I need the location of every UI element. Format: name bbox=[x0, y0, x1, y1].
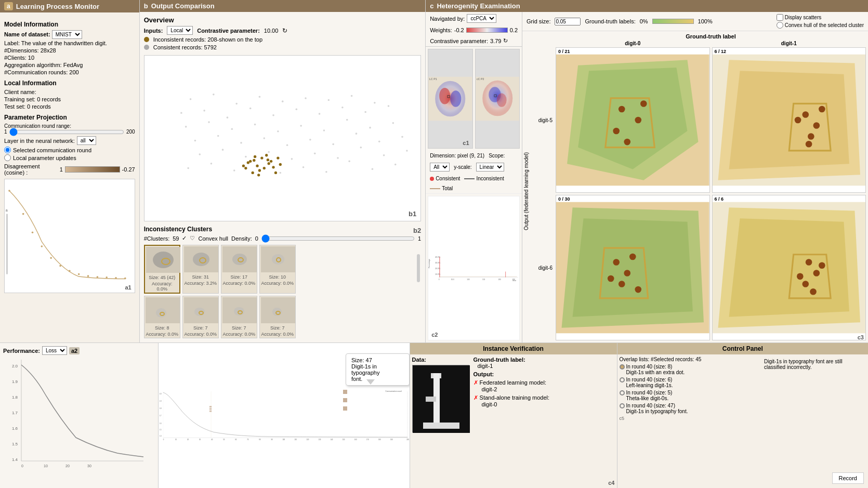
svg-point-85 bbox=[244, 167, 247, 169]
thumb-8[interactable]: Size: 7 Accuracy: 0.0% bbox=[259, 296, 296, 338]
overlap-item-1-text: In round 40 (size: 8) Digit-1s with an e… bbox=[626, 364, 685, 375]
radio2-label: Local parameter updates bbox=[13, 155, 76, 161]
svg-point-68 bbox=[279, 172, 281, 174]
thumb-1[interactable]: Size: 45 (42) Accuracy: 0.0% bbox=[144, 245, 180, 294]
inputs-select[interactable]: Local bbox=[167, 26, 193, 35]
scatter-row1: digit-5 0 / 21 bbox=[534, 46, 867, 194]
scroll-bar[interactable] bbox=[417, 254, 420, 282]
overlap-item-3-label: In round 40 (size: 5) bbox=[626, 390, 673, 395]
cluster-dot-2 bbox=[343, 398, 347, 402]
nav-select[interactable]: ccPCA bbox=[467, 14, 496, 23]
layer-select[interactable]: all bbox=[77, 136, 96, 145]
tooltip-box: Size: 47 Digit-1s in typography font. bbox=[346, 353, 410, 386]
cluster-dots bbox=[343, 390, 347, 411]
record-button[interactable]: Record bbox=[832, 472, 864, 484]
overlap-radio-2[interactable] bbox=[620, 377, 625, 383]
b2-label: b2 bbox=[413, 227, 421, 234]
overlap-radio-3[interactable] bbox=[620, 390, 625, 395]
convex-hull-radio[interactable] bbox=[777, 22, 783, 29]
svg-point-47 bbox=[263, 137, 265, 139]
svg-point-50 bbox=[332, 143, 334, 146]
overlap-item-4[interactable]: In round 40 (size: 47) Digit-1s in typog… bbox=[620, 403, 760, 414]
svg-text:20: 20 bbox=[65, 464, 70, 468]
thumb-3[interactable]: Size: 17 Accuracy: 0.0% bbox=[221, 245, 257, 294]
overlap-radio-1[interactable] bbox=[620, 364, 625, 370]
dataset-select[interactable]: MNIST bbox=[52, 30, 82, 39]
yscale-select[interactable]: Linear bbox=[476, 163, 504, 172]
a2-chart-svg: 2.0 1.9 1.8 1.7 1.6 1.5 1.4 0 10 20 30 bbox=[3, 357, 149, 477]
svg-point-172 bbox=[608, 275, 614, 282]
display-scatters-cb[interactable] bbox=[777, 14, 783, 21]
svg-text:120: 120 bbox=[307, 439, 309, 441]
comm-range-slider[interactable] bbox=[9, 130, 124, 134]
total-line bbox=[430, 188, 440, 189]
scope-label: Scope: bbox=[489, 153, 505, 159]
svg-point-33 bbox=[387, 105, 389, 107]
tooltip-line2: Digit-1s in typography bbox=[351, 363, 404, 376]
scatter-cell-00[interactable]: 0 / 21 bbox=[556, 47, 710, 193]
svg-rect-237 bbox=[423, 423, 459, 429]
density-slider[interactable] bbox=[261, 236, 415, 241]
scope-select[interactable]: All bbox=[430, 163, 450, 172]
thumb-6[interactable]: Size: 7 Accuracy: 0.0% bbox=[182, 296, 219, 338]
svg-point-92 bbox=[266, 159, 269, 161]
overlap-item-2[interactable]: In round 40 (size: 6) Left-leaning digit… bbox=[620, 377, 760, 388]
svg-text:1.4: 1.4 bbox=[160, 435, 162, 437]
svg-point-80 bbox=[258, 169, 260, 172]
thumb-5-acc: Accuracy: 0.0% bbox=[146, 332, 179, 337]
radio-local-param[interactable] bbox=[4, 154, 11, 161]
output-label: Output (federated learning model) bbox=[523, 41, 534, 341]
inconsistent-label: Inconsistent records: 208-shown on the t… bbox=[153, 36, 262, 43]
overlap-item-3[interactable]: In round 40 (size: 5) Theta-like digit-0… bbox=[620, 390, 760, 401]
thumb-2[interactable]: Size: 31 Accuracy: 3.2% bbox=[182, 245, 219, 294]
convex-hull-label[interactable]: Convex hull of the selected cluster bbox=[777, 22, 864, 29]
panel-b-header: b Output Comparison bbox=[140, 0, 425, 12]
panel-c-title: Heterogenity Examination bbox=[437, 2, 520, 10]
thumb-7-size: Size: 7 bbox=[222, 325, 256, 331]
svg-text:1.8: 1.8 bbox=[160, 407, 162, 410]
svg-point-48 bbox=[286, 144, 288, 147]
svg-point-183 bbox=[796, 273, 803, 280]
svg-point-34 bbox=[185, 126, 187, 128]
badge-b: b bbox=[144, 2, 148, 10]
overlap-radio-4[interactable] bbox=[620, 403, 625, 408]
radio-selected-round[interactable] bbox=[4, 147, 11, 153]
svg-marker-177 bbox=[729, 218, 849, 316]
svg-point-17 bbox=[235, 103, 238, 105]
scatter-cell-10[interactable]: 0 / 30 bbox=[556, 195, 710, 340]
scatter-cell-01[interactable]: 6 / 12 bbox=[712, 47, 866, 193]
scatter-main: Output (federated learning model) digit-… bbox=[523, 41, 867, 341]
svg-text:110: 110 bbox=[294, 439, 297, 441]
contrastive-value: 10.00 bbox=[264, 28, 279, 34]
svg-point-55 bbox=[221, 149, 223, 151]
svg-point-89 bbox=[242, 164, 244, 167]
contrastive-val-c: 3.79 bbox=[490, 38, 501, 44]
thumb-5[interactable]: Size: 8 Accuracy: 0.0% bbox=[144, 296, 180, 338]
svg-point-10 bbox=[106, 276, 108, 279]
instance-left: Data: bbox=[412, 357, 469, 486]
convex-hull-text: Convex hull of the selected cluster bbox=[785, 22, 864, 28]
svg-point-27 bbox=[249, 108, 252, 110]
radio2-row: Local parameter updates bbox=[4, 154, 135, 161]
refresh-icon[interactable]: ↻ bbox=[282, 27, 287, 34]
local-info-title: Local Information bbox=[4, 80, 135, 87]
overlap-item-1[interactable]: In round 40 (size: 8) Digit-1s with an e… bbox=[620, 364, 760, 375]
svg-point-20 bbox=[305, 97, 307, 99]
scatter-cell-11[interactable]: 6 / 6 bbox=[712, 195, 866, 340]
density-max: 1 bbox=[418, 235, 421, 242]
thumb-4[interactable]: Size: 10 Accuracy: 0.0% bbox=[259, 245, 296, 294]
svg-point-36 bbox=[231, 128, 233, 130]
perf-select[interactable]: Loss bbox=[42, 346, 67, 355]
refresh-icon-c[interactable]: ↻ bbox=[503, 37, 508, 44]
weights-gradient bbox=[466, 28, 508, 33]
density-min: 0 bbox=[255, 235, 258, 242]
thumb-7[interactable]: Size: 7 Accuracy: 0.0% bbox=[221, 296, 257, 338]
grid-size-input[interactable] bbox=[555, 18, 581, 25]
svg-point-11 bbox=[115, 277, 117, 279]
display-scatters-label[interactable]: Display scatters bbox=[777, 14, 864, 21]
c-viz: Navigated by: ccPCA Weights: -0.2 0.2 Co… bbox=[426, 12, 522, 342]
svg-point-181 bbox=[819, 262, 825, 269]
inputs-row: Inputs: Local Contrastive parameter: 10.… bbox=[144, 26, 421, 35]
weights-min: -0.2 bbox=[454, 27, 464, 33]
svg-text:1.6: 1.6 bbox=[160, 423, 162, 425]
